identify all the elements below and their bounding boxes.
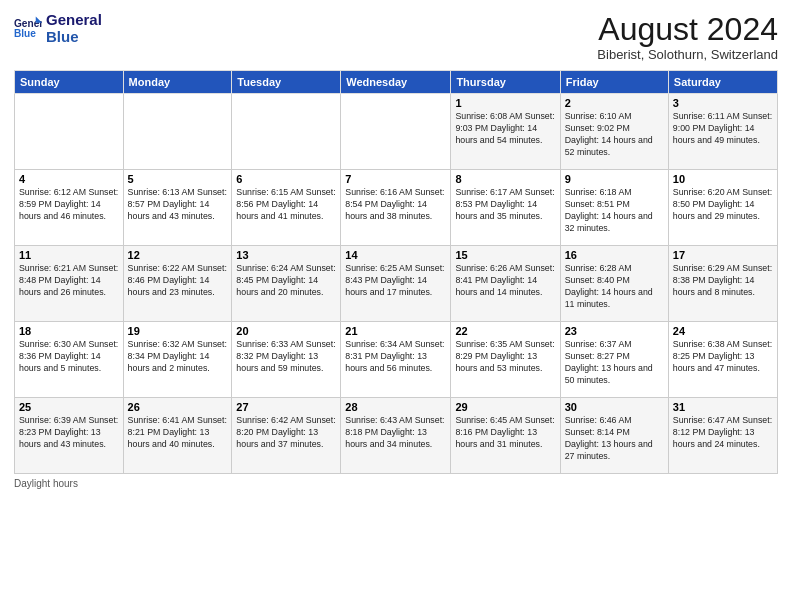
day-number: 3: [673, 97, 773, 109]
day-info: Sunrise: 6:18 AM Sunset: 8:51 PM Dayligh…: [565, 187, 664, 235]
calendar-cell: 6Sunrise: 6:15 AM Sunset: 8:56 PM Daylig…: [232, 170, 341, 246]
month-title: August 2024: [597, 12, 778, 47]
calendar-cell: 19Sunrise: 6:32 AM Sunset: 8:34 PM Dayli…: [123, 322, 232, 398]
calendar-cell: 3Sunrise: 6:11 AM Sunset: 9:00 PM Daylig…: [668, 94, 777, 170]
day-info: Sunrise: 6:13 AM Sunset: 8:57 PM Dayligh…: [128, 187, 228, 223]
day-info: Sunrise: 6:37 AM Sunset: 8:27 PM Dayligh…: [565, 339, 664, 387]
calendar-cell: 25Sunrise: 6:39 AM Sunset: 8:23 PM Dayli…: [15, 398, 124, 474]
calendar-cell: 23Sunrise: 6:37 AM Sunset: 8:27 PM Dayli…: [560, 322, 668, 398]
calendar-cell: 16Sunrise: 6:28 AM Sunset: 8:40 PM Dayli…: [560, 246, 668, 322]
day-info: Sunrise: 6:43 AM Sunset: 8:18 PM Dayligh…: [345, 415, 446, 451]
calendar-week-row: 1Sunrise: 6:08 AM Sunset: 9:03 PM Daylig…: [15, 94, 778, 170]
day-number: 19: [128, 325, 228, 337]
day-info: Sunrise: 6:11 AM Sunset: 9:00 PM Dayligh…: [673, 111, 773, 147]
calendar-cell: 7Sunrise: 6:16 AM Sunset: 8:54 PM Daylig…: [341, 170, 451, 246]
weekday-header: Wednesday: [341, 71, 451, 94]
day-info: Sunrise: 6:22 AM Sunset: 8:46 PM Dayligh…: [128, 263, 228, 299]
calendar-cell: 4Sunrise: 6:12 AM Sunset: 8:59 PM Daylig…: [15, 170, 124, 246]
calendar-week-row: 11Sunrise: 6:21 AM Sunset: 8:48 PM Dayli…: [15, 246, 778, 322]
page: General Blue General Blue August 2024 Bi…: [0, 0, 792, 612]
day-info: Sunrise: 6:47 AM Sunset: 8:12 PM Dayligh…: [673, 415, 773, 451]
calendar-cell: 21Sunrise: 6:34 AM Sunset: 8:31 PM Dayli…: [341, 322, 451, 398]
calendar-table: SundayMondayTuesdayWednesdayThursdayFrid…: [14, 70, 778, 474]
calendar-week-row: 4Sunrise: 6:12 AM Sunset: 8:59 PM Daylig…: [15, 170, 778, 246]
location-title: Biberist, Solothurn, Switzerland: [597, 47, 778, 62]
day-number: 11: [19, 249, 119, 261]
calendar-cell: 11Sunrise: 6:21 AM Sunset: 8:48 PM Dayli…: [15, 246, 124, 322]
calendar-cell: 10Sunrise: 6:20 AM Sunset: 8:50 PM Dayli…: [668, 170, 777, 246]
calendar-cell: 14Sunrise: 6:25 AM Sunset: 8:43 PM Dayli…: [341, 246, 451, 322]
calendar-cell: 27Sunrise: 6:42 AM Sunset: 8:20 PM Dayli…: [232, 398, 341, 474]
calendar-cell: [232, 94, 341, 170]
calendar-cell: 17Sunrise: 6:29 AM Sunset: 8:38 PM Dayli…: [668, 246, 777, 322]
day-info: Sunrise: 6:46 AM Sunset: 8:14 PM Dayligh…: [565, 415, 664, 463]
day-info: Sunrise: 6:25 AM Sunset: 8:43 PM Dayligh…: [345, 263, 446, 299]
day-number: 4: [19, 173, 119, 185]
day-info: Sunrise: 6:20 AM Sunset: 8:50 PM Dayligh…: [673, 187, 773, 223]
svg-text:Blue: Blue: [14, 27, 36, 38]
logo-text: General Blue: [46, 12, 102, 45]
calendar-cell: 13Sunrise: 6:24 AM Sunset: 8:45 PM Dayli…: [232, 246, 341, 322]
day-info: Sunrise: 6:38 AM Sunset: 8:25 PM Dayligh…: [673, 339, 773, 375]
day-number: 13: [236, 249, 336, 261]
logo-icon: General Blue: [14, 15, 42, 43]
day-info: Sunrise: 6:41 AM Sunset: 8:21 PM Dayligh…: [128, 415, 228, 451]
day-info: Sunrise: 6:32 AM Sunset: 8:34 PM Dayligh…: [128, 339, 228, 375]
title-area: August 2024 Biberist, Solothurn, Switzer…: [597, 12, 778, 62]
day-number: 24: [673, 325, 773, 337]
logo: General Blue General Blue: [14, 12, 102, 45]
day-info: Sunrise: 6:30 AM Sunset: 8:36 PM Dayligh…: [19, 339, 119, 375]
day-number: 12: [128, 249, 228, 261]
day-number: 28: [345, 401, 446, 413]
day-number: 8: [455, 173, 555, 185]
day-number: 15: [455, 249, 555, 261]
calendar-cell: 9Sunrise: 6:18 AM Sunset: 8:51 PM Daylig…: [560, 170, 668, 246]
day-info: Sunrise: 6:08 AM Sunset: 9:03 PM Dayligh…: [455, 111, 555, 147]
day-info: Sunrise: 6:39 AM Sunset: 8:23 PM Dayligh…: [19, 415, 119, 451]
day-info: Sunrise: 6:45 AM Sunset: 8:16 PM Dayligh…: [455, 415, 555, 451]
weekday-header: Tuesday: [232, 71, 341, 94]
weekday-header: Monday: [123, 71, 232, 94]
calendar-cell: 20Sunrise: 6:33 AM Sunset: 8:32 PM Dayli…: [232, 322, 341, 398]
footer-note: Daylight hours: [14, 478, 778, 489]
calendar-cell: 12Sunrise: 6:22 AM Sunset: 8:46 PM Dayli…: [123, 246, 232, 322]
day-info: Sunrise: 6:35 AM Sunset: 8:29 PM Dayligh…: [455, 339, 555, 375]
day-number: 1: [455, 97, 555, 109]
weekday-header: Thursday: [451, 71, 560, 94]
day-number: 18: [19, 325, 119, 337]
day-info: Sunrise: 6:21 AM Sunset: 8:48 PM Dayligh…: [19, 263, 119, 299]
calendar-cell: 5Sunrise: 6:13 AM Sunset: 8:57 PM Daylig…: [123, 170, 232, 246]
day-number: 7: [345, 173, 446, 185]
day-number: 6: [236, 173, 336, 185]
day-info: Sunrise: 6:12 AM Sunset: 8:59 PM Dayligh…: [19, 187, 119, 223]
day-info: Sunrise: 6:10 AM Sunset: 9:02 PM Dayligh…: [565, 111, 664, 159]
day-number: 23: [565, 325, 664, 337]
calendar-cell: 26Sunrise: 6:41 AM Sunset: 8:21 PM Dayli…: [123, 398, 232, 474]
calendar-cell: 18Sunrise: 6:30 AM Sunset: 8:36 PM Dayli…: [15, 322, 124, 398]
day-info: Sunrise: 6:17 AM Sunset: 8:53 PM Dayligh…: [455, 187, 555, 223]
day-info: Sunrise: 6:24 AM Sunset: 8:45 PM Dayligh…: [236, 263, 336, 299]
day-number: 20: [236, 325, 336, 337]
calendar-week-row: 25Sunrise: 6:39 AM Sunset: 8:23 PM Dayli…: [15, 398, 778, 474]
day-number: 2: [565, 97, 664, 109]
calendar-cell: 28Sunrise: 6:43 AM Sunset: 8:18 PM Dayli…: [341, 398, 451, 474]
calendar-cell: [15, 94, 124, 170]
day-info: Sunrise: 6:29 AM Sunset: 8:38 PM Dayligh…: [673, 263, 773, 299]
calendar-cell: 15Sunrise: 6:26 AM Sunset: 8:41 PM Dayli…: [451, 246, 560, 322]
weekday-header: Sunday: [15, 71, 124, 94]
calendar-cell: 31Sunrise: 6:47 AM Sunset: 8:12 PM Dayli…: [668, 398, 777, 474]
calendar-cell: [123, 94, 232, 170]
calendar-cell: 1Sunrise: 6:08 AM Sunset: 9:03 PM Daylig…: [451, 94, 560, 170]
weekday-header: Friday: [560, 71, 668, 94]
day-info: Sunrise: 6:33 AM Sunset: 8:32 PM Dayligh…: [236, 339, 336, 375]
calendar-cell: 30Sunrise: 6:46 AM Sunset: 8:14 PM Dayli…: [560, 398, 668, 474]
day-number: 17: [673, 249, 773, 261]
day-number: 25: [19, 401, 119, 413]
calendar-cell: 29Sunrise: 6:45 AM Sunset: 8:16 PM Dayli…: [451, 398, 560, 474]
calendar-week-row: 18Sunrise: 6:30 AM Sunset: 8:36 PM Dayli…: [15, 322, 778, 398]
calendar-cell: 8Sunrise: 6:17 AM Sunset: 8:53 PM Daylig…: [451, 170, 560, 246]
day-info: Sunrise: 6:16 AM Sunset: 8:54 PM Dayligh…: [345, 187, 446, 223]
day-info: Sunrise: 6:28 AM Sunset: 8:40 PM Dayligh…: [565, 263, 664, 311]
day-number: 22: [455, 325, 555, 337]
weekday-header: Saturday: [668, 71, 777, 94]
